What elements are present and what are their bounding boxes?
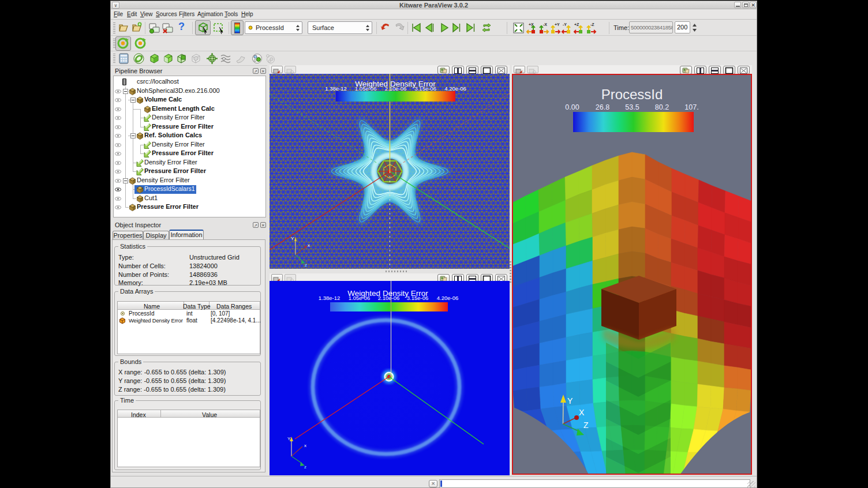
svg-text:x: x [304, 443, 306, 448]
svg-text:-X: -X [543, 22, 547, 27]
svg-text:1.38e-12: 1.38e-12 [325, 85, 347, 92]
svg-text:Y: Y [291, 236, 294, 241]
svg-text:Z: Z [583, 421, 589, 430]
svg-text:ProcessId: ProcessId [601, 87, 663, 102]
svg-text:X: X [579, 408, 585, 417]
svg-text:3.15e-06: 3.15e-06 [407, 295, 429, 301]
svg-text:z: z [305, 262, 307, 268]
svg-text:3.15e-06: 3.15e-06 [414, 85, 436, 92]
svg-text:0.00: 0.00 [565, 103, 579, 111]
svg-text:1.38e-12: 1.38e-12 [319, 295, 341, 301]
svg-text:1.05e-06: 1.05e-06 [349, 295, 371, 301]
svg-text:107.: 107. [684, 103, 698, 111]
svg-text:-Z: -Z [590, 22, 594, 27]
svg-text:Y: Y [567, 396, 573, 406]
svg-text:80.2: 80.2 [655, 103, 669, 111]
svg-text:2.10e-06: 2.10e-06 [385, 85, 407, 92]
svg-text:-Y: -Y [563, 22, 567, 27]
svg-text:2.10e-06: 2.10e-06 [378, 295, 400, 301]
svg-text:z: z [304, 464, 306, 470]
svg-text:4.20e-06: 4.20e-06 [444, 85, 466, 92]
svg-text:+Z: +Z [574, 22, 579, 27]
svg-text:4.20e-06: 4.20e-06 [437, 295, 459, 301]
svg-text:+Y: +Y [555, 22, 560, 27]
svg-text:x: x [308, 243, 310, 248]
svg-text:Y: Y [287, 436, 291, 441]
svg-text:26.8: 26.8 [596, 103, 609, 111]
svg-text:1.05e-06: 1.05e-06 [355, 85, 377, 92]
svg-text:53.5: 53.5 [625, 103, 639, 111]
